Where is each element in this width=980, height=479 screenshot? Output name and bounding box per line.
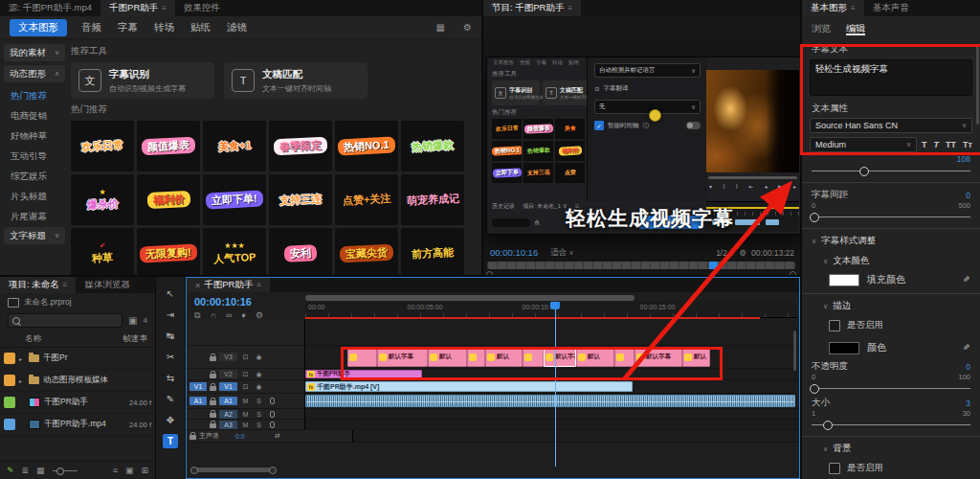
tool-card-main[interactable]: T文稿匹配文本一键对齐时间轴 — [224, 62, 368, 99]
category-item[interactable]: 字幕 — [116, 19, 140, 36]
sidebar-group-my-assets[interactable]: 我的素材∨ — [4, 44, 65, 61]
video-clip[interactable]: fx千图PR助手.mp4 [V] — [305, 381, 633, 392]
project-tab[interactable]: 项目: 未命名≡ — [0, 277, 76, 293]
go-to-in-icon[interactable]: ⇤ — [748, 183, 753, 190]
column-framerate[interactable]: 帧速率 — [123, 333, 148, 345]
bin-up-icon[interactable]: ▣ — [128, 315, 137, 326]
sticker-item[interactable]: 前方高能 — [401, 228, 464, 275]
panel-menu-icon[interactable]: ≡ — [162, 4, 167, 12]
track-target-toggle[interactable]: V3 — [219, 353, 237, 361]
sticker-item[interactable]: 福利价 — [555, 141, 585, 161]
scrubber-playhead[interactable] — [709, 262, 718, 269]
new-item-icon[interactable]: ⊞ — [141, 466, 148, 475]
history-tab[interactable]: 历史记录 — [492, 202, 515, 211]
grid-view-icon[interactable]: ▦ — [436, 22, 445, 33]
subtitle-clip[interactable] — [467, 347, 485, 367]
sticker-item[interactable]: 热销NO.1 — [335, 121, 398, 171]
lock-icon[interactable] — [210, 413, 216, 418]
lock-icon[interactable] — [210, 423, 216, 428]
panel-menu-icon[interactable]: ≡ — [256, 281, 261, 289]
sidebar-item[interactable]: 片尾谢幕 — [4, 207, 65, 227]
twirl-icon[interactable]: ▸ — [19, 377, 25, 384]
mic-icon[interactable] — [270, 411, 275, 418]
stroke-opacity-slider[interactable] — [812, 383, 970, 393]
scrubber-right-handle[interactable] — [790, 271, 796, 275]
fit-dropdown[interactable]: 适合 ∨ — [550, 247, 574, 259]
playhead-marker[interactable] — [550, 302, 560, 309]
subtab-浏览[interactable]: 浏览 — [812, 22, 831, 35]
program-monitor-tab[interactable]: 节目: 千图PR助手 ≡ — [483, 0, 581, 16]
timeline-tab[interactable]: × 千图PR助手 ≡ — [187, 278, 270, 292]
track-m-button[interactable]: M — [240, 398, 251, 404]
lock-icon[interactable] — [210, 356, 216, 361]
style-section-header[interactable]: ∨ 字幕样式调整 — [802, 235, 980, 247]
essential-graphics-tab[interactable]: 基本图形≡ — [802, 0, 864, 16]
sort-icon[interactable]: ≡ — [113, 466, 118, 475]
list-view-icon[interactable]: ≣ — [22, 466, 30, 475]
source-patch[interactable] — [189, 353, 207, 361]
project-row[interactable]: ▸千图Pr — [0, 348, 155, 370]
track-visibility-icon[interactable]: ◉ — [254, 354, 264, 361]
font-weight-dropdown[interactable]: Medium ∨ — [810, 137, 917, 152]
close-icon[interactable]: × — [195, 281, 200, 290]
sticker-item[interactable]: 点赞+关注 — [335, 174, 398, 225]
dialog-mini-tab[interactable]: 音频 — [520, 59, 530, 66]
track-select-tool[interactable]: ⇥ — [163, 308, 178, 322]
dialog-video-scrollbar[interactable] — [708, 176, 797, 179]
background-section-header[interactable]: ∨ 背景 — [802, 443, 980, 455]
subtitle-clip[interactable]: 默认字幕 — [544, 347, 576, 367]
mic-icon[interactable] — [270, 422, 275, 428]
sync-lock-icon[interactable]: ⊡ — [240, 354, 251, 361]
subtitle-clip[interactable] — [523, 347, 544, 367]
track-target-toggle[interactable]: V2 — [219, 370, 237, 378]
panel-menu-icon[interactable]: ≡ — [851, 4, 856, 12]
track-visibility-icon[interactable]: ◉ — [254, 371, 264, 378]
tool-card-mini[interactable]: T文稿匹配文本一键对齐时间轴 — [543, 80, 590, 105]
track-target-toggle[interactable]: A2 — [219, 410, 237, 419]
thumbnail-zoom-slider[interactable] — [53, 470, 78, 471]
timeline-zoom-scrollbar[interactable] — [305, 295, 635, 301]
source-patch[interactable]: V1 — [189, 382, 207, 391]
spacing-slider[interactable] — [812, 212, 970, 221]
sidebar-group-text-titles[interactable]: 文字标题∨ — [4, 227, 65, 244]
track-content-V3[interactable]: 默认字幕默认默认默认字幕默认默认字幕默认 — [305, 346, 799, 369]
dialog-mini-tab[interactable]: 贴纸 — [568, 59, 579, 66]
dialog-mini-tab[interactable]: 字幕 — [536, 59, 546, 66]
small-caps-button[interactable]: Tᴛ — [963, 140, 972, 149]
slider-knob[interactable] — [823, 421, 833, 430]
faux-italic-button[interactable]: T — [934, 140, 940, 149]
sticker-item[interactable]: 欢乐日常 — [71, 121, 134, 171]
project-tab[interactable]: 媒体浏览器 — [76, 277, 139, 293]
mic-icon[interactable] — [270, 398, 275, 404]
all-caps-button[interactable]: TT — [946, 140, 956, 149]
dialog-mini-tab[interactable]: 转场 — [552, 59, 563, 66]
fill-color-swatch[interactable] — [829, 274, 859, 286]
sticker-item[interactable]: 美食+1 — [203, 121, 266, 171]
marker-icon[interactable]: ▾ — [709, 183, 712, 190]
stroke-enable-checkbox[interactable] — [829, 320, 840, 331]
mark-in-icon[interactable]: { — [723, 183, 724, 190]
graphic-clip[interactable]: fx千图PR助手 — [305, 370, 422, 378]
track-m-button[interactable]: M — [240, 411, 251, 418]
sticker-item[interactable]: 热销爆款 — [523, 141, 553, 161]
track-target-toggle[interactable]: A3 — [219, 421, 237, 429]
timeline-hscrollbar[interactable] — [190, 467, 305, 473]
text-color-section-header[interactable]: ∨ 文本颜色 — [802, 255, 980, 267]
category-active[interactable]: 文本图形 — [10, 19, 67, 36]
tool-card-mini[interactable]: 文字幕识别自动识别视频生成字幕 — [492, 80, 540, 105]
panel-scrollbar[interactable] — [976, 44, 979, 125]
search-input[interactable] — [8, 313, 122, 328]
pen-tool[interactable]: ✎ — [163, 392, 178, 406]
stroke-color-swatch[interactable] — [829, 342, 859, 354]
sidebar-item[interactable]: 互动引导 — [4, 147, 65, 167]
panel-menu-icon[interactable]: ≡ — [63, 281, 68, 289]
slip-tool[interactable]: ⇆ — [163, 371, 178, 385]
icon-view-icon[interactable]: ▦ — [36, 466, 45, 475]
program-scrubber[interactable] — [487, 262, 795, 269]
smart-timeline-checkbox[interactable]: ✓ — [594, 121, 604, 130]
audio-clip[interactable] — [305, 395, 795, 407]
subtitle-clip[interactable] — [614, 347, 635, 367]
sticker-item[interactable]: 支持三连 — [523, 163, 553, 183]
lock-icon[interactable] — [210, 400, 216, 405]
sticker-item[interactable]: 颜值爆表 — [137, 121, 200, 171]
